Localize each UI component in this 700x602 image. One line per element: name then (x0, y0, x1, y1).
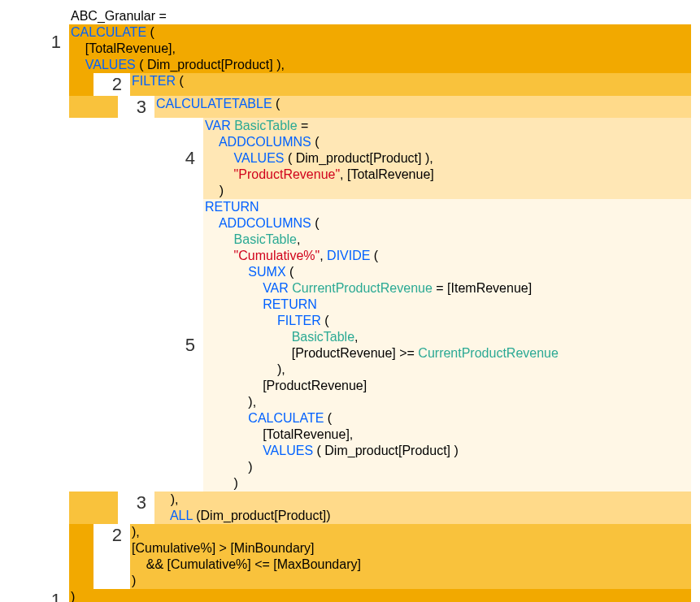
code-line: [TotalRevenue], (203, 427, 691, 443)
code-line: [ProductRevenue] (203, 378, 691, 394)
nest-label-2b: 2 (112, 525, 122, 545)
dax-code-block: ABC_Granular = 1 CALCULATE ( [TotalReven… (8, 8, 691, 602)
code-line: CALCULATETABLE ( (154, 96, 691, 112)
nest-label-2: 2 (112, 74, 122, 94)
code-line: ADDCOLUMNS ( (203, 215, 691, 232)
code-line: ) (130, 573, 691, 589)
code-line: VALUES ( Dim_product[Product] ), (203, 150, 691, 167)
nest-label-3b: 3 (137, 492, 146, 513)
code-line: "ProductRevenue", [TotalRevenue] (203, 167, 691, 183)
code-line: ADDCOLUMNS ( (203, 134, 691, 150)
code-line: ), (130, 524, 691, 540)
nest-label-4: 4 (185, 147, 195, 170)
code-line: VAR CurrentProductRevenue = [ItemRevenue… (203, 280, 691, 297)
nest-label-1b: 1 (51, 590, 61, 602)
code-line: FILTER ( (130, 73, 691, 89)
code-line: "Cumulative%", DIVIDE ( (203, 248, 691, 264)
code-line: CALCULATE ( (203, 410, 691, 427)
code-line: [ProductRevenue] >= CurrentProductRevenu… (203, 345, 691, 362)
nest-label-1: 1 (51, 31, 61, 54)
code-line: RETURN (203, 199, 691, 215)
code-line: ), (154, 492, 691, 508)
code-line: FILTER ( (203, 313, 691, 329)
code-line: [TotalRevenue], (69, 41, 177, 57)
nest-label-3: 3 (137, 97, 146, 117)
code-line: SUMX ( (203, 264, 691, 280)
code-line: RETURN (203, 297, 691, 313)
code-line: ) (203, 183, 691, 199)
code-line: ) (203, 475, 691, 492)
code-line: [Cumulative%] > [MinBoundary] (130, 540, 691, 557)
code-line: VAR BasicTable = (203, 118, 691, 134)
nest-label-5: 5 (185, 334, 195, 357)
code-line: ), (203, 362, 691, 378)
code-line: ALL (Dim_product[Product]) (154, 508, 691, 524)
code-line: VALUES ( Dim_product[Product] ) (203, 443, 691, 459)
code-line: ) (69, 589, 76, 602)
code-line: VALUES ( Dim_product[Product] ), (69, 57, 286, 73)
code-line: ABC_Granular = (69, 8, 168, 24)
code-line: && [Cumulative%] <= [MaxBoundary] (130, 557, 691, 573)
code-line: CALCULATE ( (69, 24, 156, 41)
code-line: BasicTable, (203, 329, 691, 345)
code-line: ) (203, 459, 691, 475)
code-line: BasicTable, (203, 232, 691, 248)
code-line: ), (203, 394, 691, 410)
